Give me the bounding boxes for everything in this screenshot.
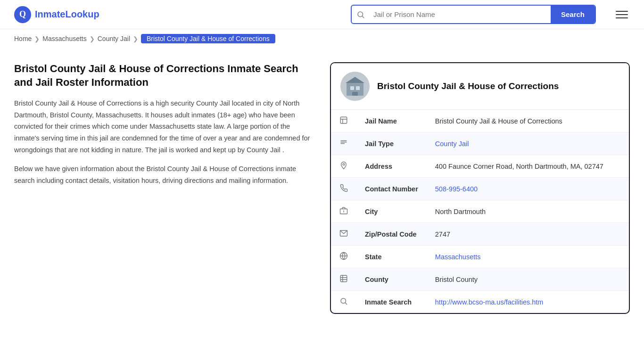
state-label: State bbox=[356, 246, 427, 268]
table-row: Inmate Search http://www.bcso-ma.us/faci… bbox=[331, 291, 629, 313]
description-paragraph-2: Below we have given information about th… bbox=[14, 163, 316, 186]
jail-type-icon bbox=[331, 132, 356, 155]
jail-name-label: Jail Name bbox=[356, 110, 427, 132]
svg-line-21 bbox=[345, 303, 347, 304]
search-bar: Search bbox=[351, 5, 596, 24]
search-button[interactable]: Search bbox=[551, 6, 595, 23]
county-label: County bbox=[356, 268, 427, 291]
address-label: Address bbox=[356, 155, 427, 178]
table-row: Jail Type County Jail bbox=[331, 132, 629, 155]
svg-rect-7 bbox=[340, 117, 347, 123]
contact-label: Contact Number bbox=[356, 178, 427, 200]
breadcrumb-county-jail[interactable]: County Jail bbox=[98, 35, 130, 42]
county-value: Bristol County bbox=[427, 268, 629, 291]
phone-icon bbox=[331, 178, 356, 200]
site-header: Q InmateLookup Search bbox=[0, 0, 644, 29]
search-input[interactable] bbox=[370, 6, 551, 23]
contact-value: 508-995-6400 bbox=[427, 178, 629, 200]
table-row: County Bristol County bbox=[331, 268, 629, 291]
logo-text: InmateLookup bbox=[35, 9, 99, 20]
hamburger-menu-button[interactable] bbox=[614, 9, 630, 20]
table-row: Zip/Postal Code 2747 bbox=[331, 223, 629, 246]
zip-label: Zip/Postal Code bbox=[356, 223, 427, 246]
breadcrumb: Home ❯ Massachusetts ❯ County Jail ❯ Bri… bbox=[0, 29, 644, 48]
info-table: Jail Name Bristol County Jail & House of… bbox=[331, 110, 629, 313]
facility-avatar bbox=[340, 72, 370, 101]
county-icon bbox=[331, 268, 356, 291]
state-link[interactable]: Massachusetts bbox=[435, 253, 481, 261]
table-row: Jail Name Bristol County Jail & House of… bbox=[331, 110, 629, 132]
svg-marker-6 bbox=[346, 77, 364, 83]
svg-point-13 bbox=[343, 164, 345, 165]
main-content: Bristol County Jail & House of Correctio… bbox=[0, 48, 644, 333]
inmate-search-label: Inmate Search bbox=[356, 291, 427, 313]
breadcrumb-current: Bristol County Jail & House of Correctio… bbox=[141, 34, 275, 43]
state-value: Massachusetts bbox=[427, 246, 629, 268]
address-icon bbox=[331, 155, 356, 178]
search-icon bbox=[352, 10, 370, 19]
logo-icon: Q bbox=[14, 6, 31, 23]
site-logo[interactable]: Q InmateLookup bbox=[14, 6, 99, 23]
inmate-search-link[interactable]: http://www.bcso-ma.us/facilities.htm bbox=[435, 298, 544, 306]
jail-type-label: Jail Type bbox=[356, 132, 427, 155]
svg-rect-3 bbox=[350, 86, 354, 90]
zip-value: 2747 bbox=[427, 223, 629, 246]
table-row: Contact Number 508-995-6400 bbox=[331, 178, 629, 200]
svg-rect-4 bbox=[356, 86, 360, 90]
jail-name-icon bbox=[331, 110, 356, 132]
description-paragraph-1: Bristol County Jail & House of Correctio… bbox=[14, 98, 316, 156]
inmate-search-icon bbox=[331, 291, 356, 313]
zip-icon bbox=[331, 223, 356, 246]
city-icon bbox=[331, 200, 356, 223]
city-label: City bbox=[356, 200, 427, 223]
svg-rect-19 bbox=[340, 275, 347, 282]
table-row: Address 400 Faunce Corner Road, North Da… bbox=[331, 155, 629, 178]
jail-name-value: Bristol County Jail & House of Correctio… bbox=[427, 110, 629, 132]
jail-type-value: County Jail bbox=[427, 132, 629, 155]
table-row: State Massachusetts bbox=[331, 246, 629, 268]
jail-type-link[interactable]: County Jail bbox=[435, 140, 469, 148]
state-icon bbox=[331, 246, 356, 268]
left-column: Bristol County Jail & House of Correctio… bbox=[14, 62, 316, 314]
info-card: Bristol County Jail & House of Correctio… bbox=[330, 62, 630, 314]
svg-rect-5 bbox=[352, 92, 358, 96]
address-value: 400 Faunce Corner Road, North Dartmouth,… bbox=[427, 155, 629, 178]
inmate-search-value: http://www.bcso-ma.us/facilities.htm bbox=[427, 291, 629, 313]
breadcrumb-massachusetts[interactable]: Massachusetts bbox=[42, 35, 86, 42]
card-title: Bristol County Jail & House of Correctio… bbox=[377, 81, 559, 91]
table-row: City North Dartmouth bbox=[331, 200, 629, 223]
right-column: Bristol County Jail & House of Correctio… bbox=[330, 62, 630, 314]
svg-line-1 bbox=[362, 16, 363, 17]
svg-point-20 bbox=[341, 298, 346, 304]
phone-link[interactable]: 508-995-6400 bbox=[435, 185, 478, 193]
city-value: North Dartmouth bbox=[427, 200, 629, 223]
card-header: Bristol County Jail & House of Correctio… bbox=[331, 63, 629, 110]
page-title: Bristol County Jail & House of Correctio… bbox=[14, 62, 316, 89]
breadcrumb-home[interactable]: Home bbox=[14, 35, 32, 42]
